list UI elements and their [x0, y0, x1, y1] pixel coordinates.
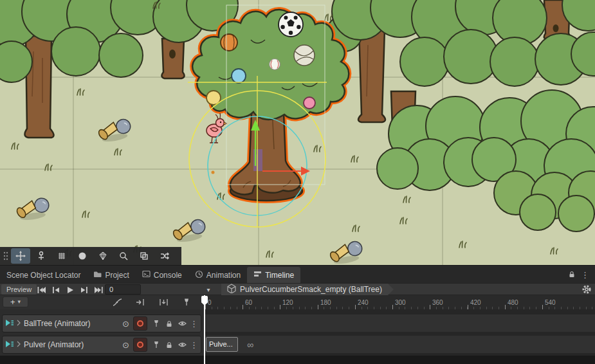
ruler-tick: 420: [468, 305, 468, 309]
lock-icon[interactable]: [164, 318, 174, 329]
add-track-button[interactable]: + ▾: [3, 296, 28, 307]
animation-clip[interactable]: Pulve...: [206, 337, 238, 352]
playhead-line[interactable]: [204, 295, 205, 364]
animation-track-icon: [5, 339, 14, 350]
volleyball[interactable]: [294, 45, 315, 66]
record-button[interactable]: [133, 338, 147, 352]
track-label: BallTree (Animator): [24, 319, 120, 328]
chevron-down-icon: ▾: [18, 297, 21, 307]
ruler-tick: 540: [542, 305, 543, 309]
tab-timeline[interactable]: Timeline: [247, 267, 300, 283]
track-header-balltree[interactable]: BallTree (Animator) ⊙ ⋮: [2, 314, 201, 332]
chevron-right-icon: [17, 318, 21, 329]
trunk-knot: [553, 24, 559, 32]
kebab-menu-icon[interactable]: ⋮: [190, 341, 198, 349]
record-button[interactable]: [133, 316, 147, 331]
eye-icon[interactable]: [177, 318, 187, 329]
edit-mode-insert-button[interactable]: [133, 296, 148, 308]
curves-view-button[interactable]: [109, 296, 125, 308]
console-icon: [142, 270, 151, 280]
track-lane-balltree[interactable]: [205, 314, 595, 332]
tab-label: Animation: [206, 271, 241, 280]
timeline-options-caret[interactable]: ▾: [203, 284, 214, 295]
edit-mode-replace-button[interactable]: [156, 296, 171, 308]
next-frame-button[interactable]: [77, 285, 91, 295]
unity-editor-window: Scene Object Locator Project Console Ani…: [0, 0, 595, 364]
object-picker-icon[interactable]: ⊙: [122, 320, 129, 328]
lock-icon[interactable]: [164, 340, 174, 350]
timeline-toolbar-row: + ▾ 0 60 120 180 240 300 360 420 480 540: [0, 295, 595, 309]
tab-label: Timeline: [265, 271, 294, 280]
object-picker-icon[interactable]: ⊙: [122, 341, 129, 349]
tab-console[interactable]: Console: [136, 267, 188, 283]
cube-icon: [227, 284, 236, 295]
tracks-bottom-strip: [0, 356, 595, 364]
pivot-tool-button[interactable]: [32, 248, 51, 264]
current-frame-field[interactable]: 0: [105, 284, 141, 295]
play-button[interactable]: [63, 285, 77, 295]
track-lane-pulver[interactable]: Pulve... ∞: [205, 336, 595, 354]
ruler-tick: 180: [318, 305, 318, 309]
eye-icon[interactable]: [177, 340, 187, 350]
timeline-tracks-area: BallTree (Animator) ⊙ ⋮ Pulve... ∞ Pulve…: [0, 309, 595, 364]
clock-icon: [195, 270, 203, 280]
track-row-balltree: BallTree (Animator) ⊙ ⋮: [0, 314, 595, 332]
infinite-loop-icon: ∞: [247, 338, 253, 352]
go-to-end-button[interactable]: [91, 285, 105, 295]
scene-canvas[interactable]: [0, 0, 595, 265]
timeline-breadcrumb[interactable]: PulverCucumberSmack_empty (BallTree): [221, 284, 394, 295]
kebab-menu-icon[interactable]: ⋮: [190, 320, 198, 328]
tab-label: Project: [105, 271, 129, 280]
ruler-tick: 0: [205, 305, 206, 309]
ruler-tick: 480: [505, 305, 506, 309]
animation-track-icon: [5, 318, 14, 329]
pink-ball[interactable]: [304, 97, 315, 109]
scene-view[interactable]: [0, 0, 595, 265]
pin-icon[interactable]: [151, 318, 161, 329]
go-to-start-button[interactable]: [35, 285, 48, 295]
kebab-menu-icon[interactable]: ⋮: [581, 271, 589, 279]
breadcrumb-label: PulverCucumberSmack_empty (BallTree): [240, 285, 382, 294]
tab-scene-object-locator[interactable]: Scene Object Locator: [0, 267, 87, 283]
trunk-knot: [169, 50, 176, 59]
track-row-pulver: Pulve... ∞ Pulver (Animator) ⊙ ⋮: [0, 336, 595, 354]
pivot-dot: [212, 171, 215, 174]
ruler-tick: 360: [430, 305, 430, 309]
zoom-tool-button[interactable]: [114, 248, 133, 264]
blue-ball[interactable]: [232, 69, 246, 83]
pumpkin-ball[interactable]: [221, 34, 237, 51]
pin-icon[interactable]: [179, 296, 194, 308]
toolbar-drag-handle-icon[interactable]: [2, 248, 10, 264]
ruler-tick: 120: [280, 305, 280, 309]
panel-tab-bar: Scene Object Locator Project Console Ani…: [0, 265, 595, 283]
tab-project[interactable]: Project: [87, 267, 135, 283]
previous-frame-button[interactable]: [49, 285, 62, 295]
tab-label: Scene Object Locator: [6, 271, 80, 280]
tab-animation[interactable]: Animation: [188, 267, 247, 283]
shuffle-tool-button[interactable]: [155, 248, 174, 264]
grid-snap-tool-button[interactable]: [52, 248, 71, 264]
scene-toolbar-overlay: [0, 247, 181, 265]
ruler-tick: 240: [355, 305, 356, 309]
tab-label: Console: [154, 271, 182, 280]
lock-icon[interactable]: [569, 269, 575, 280]
track-header-pulver[interactable]: Pulver (Animator) ⊙ ⋮: [2, 336, 201, 354]
tabbar-end-controls: ⋮: [569, 269, 595, 283]
soccer-ball[interactable]: [279, 12, 303, 37]
folder-icon: [93, 270, 102, 280]
timeline-ruler[interactable]: 0 60 120 180 240 300 360 420 480 540: [205, 295, 595, 309]
ruler-tick: 60: [243, 305, 243, 309]
sphere-gizmo-tool-button[interactable]: [73, 248, 92, 264]
gem-tool-button[interactable]: [93, 248, 113, 264]
chevron-right-icon: [17, 339, 21, 350]
move-tool-button[interactable]: [11, 248, 30, 264]
pin-icon[interactable]: [151, 340, 161, 350]
timeline-playback-row: Preview 0 ▾ PulverCucumberSmack_empty (B…: [0, 283, 595, 295]
ruler-tick: 300: [392, 305, 393, 309]
preview-toggle-button[interactable]: Preview: [1, 284, 37, 295]
track-label: Pulver (Animator): [24, 340, 120, 349]
layers-tool-button[interactable]: [134, 248, 154, 264]
gear-icon[interactable]: [581, 284, 592, 295]
timeline-icon: [253, 270, 262, 280]
baseball[interactable]: [270, 59, 280, 70]
